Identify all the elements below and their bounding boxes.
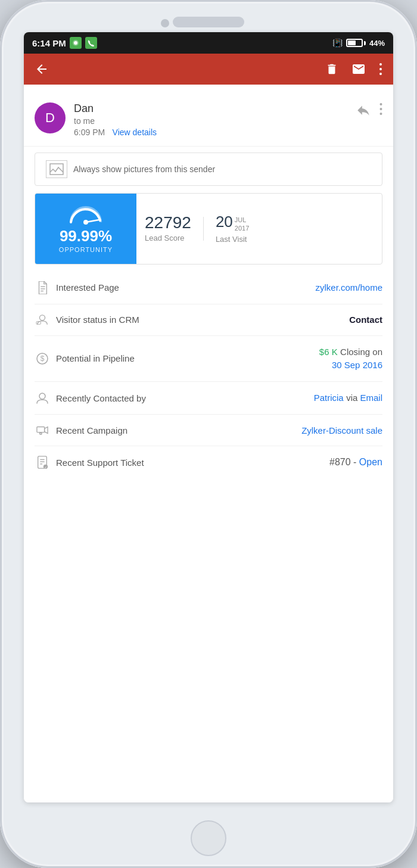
last-visit-block: 20 JUL 2017 Last Visit bbox=[216, 214, 249, 244]
svg-point-14 bbox=[39, 315, 45, 320]
campaign-row: Recent Campaign Zylker-Discount sale bbox=[35, 415, 382, 446]
phone-speaker bbox=[173, 17, 244, 27]
svg-rect-19 bbox=[37, 427, 45, 433]
last-visit-label: Last Visit bbox=[216, 235, 249, 244]
sender-section: D Dan to me 6:09 PM View details bbox=[24, 92, 393, 147]
sender-info: Dan to me 6:09 PM View details bbox=[74, 102, 347, 138]
battery-indicator bbox=[346, 39, 366, 47]
battery-percentage: 44% bbox=[369, 39, 385, 48]
phone-screen: 6:14 PM 📳 44% bbox=[24, 32, 393, 802]
crm-opportunity-block: 99.99% OPPORTUNITY bbox=[35, 194, 136, 264]
status-right: 📳 44% bbox=[332, 38, 385, 48]
svg-marker-20 bbox=[45, 427, 48, 434]
pipeline-amount-row: $6 K Closing on bbox=[319, 346, 382, 359]
avatar: D bbox=[35, 102, 66, 133]
svg-point-2 bbox=[379, 63, 382, 66]
lead-score-block: 22792 Lead Score bbox=[145, 214, 191, 242]
sender-row: D Dan to me 6:09 PM View details bbox=[35, 102, 382, 138]
interested-page-label: Interested Page bbox=[56, 282, 309, 293]
email-content: D Dan to me 6:09 PM View details bbox=[24, 85, 393, 802]
back-button[interactable] bbox=[35, 62, 49, 76]
spacer bbox=[24, 85, 393, 92]
lead-score-label: Lead Score bbox=[145, 234, 191, 242]
visitor-status-value: Contact bbox=[349, 315, 382, 325]
crm-stats-block: 22792 Lead Score 20 JUL 2017 Last Visit bbox=[136, 194, 382, 264]
pipeline-icon: $ bbox=[35, 352, 50, 365]
phone-camera bbox=[161, 19, 169, 27]
delete-button[interactable] bbox=[325, 63, 338, 76]
campaign-label: Recent Campaign bbox=[56, 425, 295, 435]
last-visit-year: 2017 bbox=[235, 224, 249, 232]
lead-score-number: 22792 bbox=[145, 214, 191, 231]
sender-to: to me bbox=[74, 116, 347, 126]
pipeline-row: $ Potential in Pipeline $6 K Closing on … bbox=[35, 336, 382, 382]
svg-text:✓: ✓ bbox=[44, 466, 47, 469]
app-bar bbox=[24, 54, 393, 85]
phone-frame: 6:14 PM 📳 44% bbox=[0, 0, 417, 868]
contact-icon bbox=[35, 391, 50, 405]
pipeline-label: Potential in Pipeline bbox=[56, 353, 313, 363]
sender-actions bbox=[356, 102, 382, 116]
last-visit-month: JUL bbox=[235, 216, 249, 224]
status-bar: 6:14 PM 📳 44% bbox=[24, 32, 393, 54]
alarm-icon bbox=[70, 37, 82, 49]
svg-point-4 bbox=[379, 73, 382, 75]
stat-divider bbox=[203, 217, 204, 241]
page-icon bbox=[35, 281, 50, 294]
crm-card: 99.99% OPPORTUNITY 22792 Lead Score 20 J… bbox=[35, 193, 382, 265]
ticket-row: ✓ Recent Support Ticket #870 - Open bbox=[35, 446, 382, 478]
reply-button[interactable] bbox=[356, 102, 371, 116]
campaign-value[interactable]: Zylker-Discount sale bbox=[301, 425, 382, 435]
vibrate-icon: 📳 bbox=[332, 38, 343, 48]
recently-contacted-label: Recently Contacted by bbox=[56, 393, 308, 403]
status-left: 6:14 PM bbox=[32, 37, 97, 49]
pipeline-closing-text: Closing on bbox=[340, 347, 382, 357]
svg-point-7 bbox=[380, 113, 382, 115]
email-time: 6:09 PM bbox=[74, 127, 105, 137]
show-pictures-text: Always show pictures from this sender bbox=[73, 164, 215, 174]
pipeline-value: $6 K Closing on 30 Sep 2016 bbox=[319, 346, 382, 372]
contacted-via: via bbox=[346, 393, 360, 403]
opportunity-percentage: 99.99% bbox=[60, 228, 112, 245]
app-bar-right bbox=[325, 62, 382, 76]
interested-page-row: Interested Page zylker.com/home bbox=[35, 272, 382, 304]
visitor-status-label: Visitor status in CRM bbox=[56, 315, 343, 325]
contacted-value: Patricia via Email bbox=[314, 393, 382, 403]
svg-point-1 bbox=[74, 41, 77, 45]
visitor-icon bbox=[35, 314, 50, 326]
more-menu-button[interactable] bbox=[379, 62, 382, 76]
app-bar-left bbox=[35, 62, 49, 76]
show-pictures-banner[interactable]: Always show pictures from this sender bbox=[35, 153, 382, 186]
opportunity-label: OPPORTUNITY bbox=[59, 246, 113, 253]
status-time: 6:14 PM bbox=[32, 38, 66, 48]
svg-point-18 bbox=[39, 393, 45, 399]
pipeline-date-row: 30 Sep 2016 bbox=[319, 359, 382, 372]
phone-icon bbox=[85, 37, 97, 49]
email-more-button[interactable] bbox=[379, 102, 382, 116]
pipeline-date: 30 Sep 2016 bbox=[332, 360, 382, 370]
last-visit-month-year: JUL 2017 bbox=[235, 214, 249, 233]
ticket-number: #870 - bbox=[329, 457, 359, 467]
visitor-status-row: Visitor status in CRM Contact bbox=[35, 304, 382, 336]
view-details-link[interactable]: View details bbox=[113, 127, 157, 137]
home-button[interactable] bbox=[191, 820, 226, 856]
ticket-label: Recent Support Ticket bbox=[56, 458, 323, 468]
ticket-status: Open bbox=[359, 457, 382, 467]
gauge-icon bbox=[68, 204, 104, 225]
last-visit-day: 20 bbox=[216, 214, 233, 229]
svg-point-6 bbox=[380, 108, 382, 110]
ticket-icon: ✓ bbox=[35, 456, 50, 469]
image-placeholder-icon bbox=[46, 160, 67, 178]
campaign-icon bbox=[35, 424, 50, 436]
contacted-name[interactable]: Patricia bbox=[314, 393, 344, 403]
interested-page-value[interactable]: zylker.com/home bbox=[315, 282, 382, 293]
info-section: Interested Page zylker.com/home Visitor … bbox=[24, 272, 393, 479]
email-button[interactable] bbox=[351, 62, 366, 76]
svg-point-5 bbox=[380, 103, 382, 105]
recently-contacted-row: Recently Contacted by Patricia via Email bbox=[35, 382, 382, 415]
ticket-value: #870 - Open bbox=[329, 457, 382, 468]
sender-time-row: 6:09 PM View details bbox=[74, 127, 347, 138]
contacted-channel[interactable]: Email bbox=[360, 393, 382, 403]
pipeline-amount: $6 K bbox=[319, 347, 338, 357]
svg-point-3 bbox=[379, 68, 382, 70]
